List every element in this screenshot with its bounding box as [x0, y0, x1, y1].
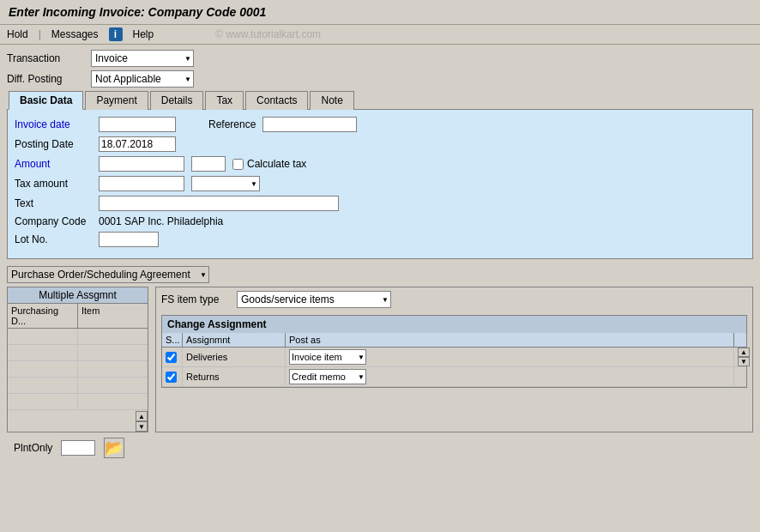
left-panel-rows: ▲ ▼ — [8, 329, 148, 432]
tax-select-wrapper — [191, 176, 260, 191]
lot-no-label: Lot No. — [15, 233, 92, 245]
company-code-label: Company Code — [15, 215, 92, 227]
po-select[interactable]: Purchase Order/Scheduling Agreement — [7, 266, 209, 283]
pint-only-input[interactable] — [61, 440, 95, 456]
fs-item-type-label: FS item type — [161, 293, 230, 305]
tab-basic-data[interactable]: Basic Data — [9, 91, 83, 110]
right-panel: FS item type Goods/service items Change … — [155, 287, 753, 432]
posting-date-row: Posting Date 18.07.2018 — [15, 136, 745, 152]
ca-cell-s-1 — [162, 348, 183, 366]
nav-icon: 📂 — [105, 438, 124, 457]
invoice-date-label: Invoice date — [15, 118, 92, 130]
left-cell-item-3 — [78, 361, 148, 377]
info-icon: i — [109, 27, 123, 41]
ca-cell-assign-2: Returns — [183, 367, 286, 386]
messages-menu[interactable]: Messages — [51, 28, 99, 40]
left-scroll-btns: ▲ ▼ — [136, 411, 148, 432]
diff-posting-select[interactable]: Not Applicable — [91, 70, 194, 88]
ca-scroll-up[interactable]: ▲ — [738, 348, 750, 357]
ca-cell-assign-1: Deliveries — [183, 348, 286, 366]
tab-contacts[interactable]: Contacts — [245, 91, 308, 110]
left-panel-cols: Purchasing D... Item — [8, 304, 148, 329]
tab-note[interactable]: Note — [310, 91, 353, 110]
ca-scroll-down[interactable]: ▼ — [738, 357, 750, 366]
diff-posting-select-wrapper: Not Applicable — [91, 70, 194, 88]
left-scroll-up[interactable]: ▲ — [136, 411, 148, 421]
ca-col-s: S... — [162, 333, 183, 347]
ca-cell-post-2: Credit memo — [286, 367, 734, 386]
posting-date-input[interactable]: 18.07.2018 — [99, 136, 176, 152]
bottom-grid: Multiple Assgmnt Purchasing D... Item — [7, 287, 753, 432]
left-cell-item-2 — [78, 345, 148, 360]
ca-col-assign: Assignmnt — [183, 333, 286, 347]
tab-payment[interactable]: Payment — [85, 91, 148, 110]
transaction-label: Transaction — [7, 52, 84, 64]
left-panel-row-3 — [8, 361, 148, 378]
help-menu[interactable]: Help — [133, 28, 154, 40]
transaction-select[interactable]: Invoice — [91, 50, 194, 67]
deliveries-post-select[interactable]: Invoice item — [289, 349, 366, 365]
hold-menu[interactable]: Hold — [7, 28, 28, 40]
ca-cell-scroll-2 — [734, 367, 746, 386]
reference-input[interactable] — [262, 117, 357, 132]
diff-posting-label: Diff. Posting — [7, 73, 84, 85]
ca-row-returns: Returns Credit memo — [162, 367, 746, 387]
left-panel-row-4 — [8, 378, 148, 394]
footer-row: PlntOnly 📂 — [7, 432, 753, 463]
ca-cell-post-1: Invoice item — [286, 348, 734, 366]
tab-tax[interactable]: Tax — [205, 91, 244, 110]
invoice-date-input[interactable] — [99, 117, 176, 132]
main-content: Transaction Invoice Diff. Posting Not Ap… — [0, 45, 760, 469]
left-panel-row-1 — [8, 329, 148, 345]
deliveries-post-wrapper: Invoice item — [289, 349, 366, 365]
tax-select[interactable] — [191, 176, 260, 191]
left-panel-header[interactable]: Multiple Assgmnt — [8, 287, 148, 304]
amount-row: Amount Calculate tax — [15, 156, 745, 172]
left-scroll-down[interactable]: ▼ — [136, 421, 148, 432]
lot-no-input[interactable] — [99, 232, 159, 247]
watermark: © www.tutorialkart.com — [215, 28, 321, 40]
tax-amount-label: Tax amount — [15, 178, 92, 190]
company-code-value: 0001 SAP Inc. Philadelphia — [99, 215, 223, 227]
text-label: Text — [15, 197, 92, 209]
posting-date-label: Posting Date — [15, 138, 92, 150]
fs-item-type-select[interactable]: Goods/service items — [237, 291, 391, 308]
deliveries-checkbox[interactable] — [166, 352, 177, 363]
po-header: Purchase Order/Scheduling Agreement — [7, 266, 753, 283]
company-code-row: Company Code 0001 SAP Inc. Philadelphia — [15, 215, 745, 227]
tab-content-basic-data: Invoice date Reference Posting Date 18.0… — [7, 109, 753, 259]
ca-cell-scroll-1: ▲ ▼ — [734, 348, 746, 366]
returns-post-select[interactable]: Credit memo — [289, 369, 366, 384]
tabs-container: Basic Data Payment Details Tax Contacts … — [7, 91, 753, 259]
amount-extra-input[interactable] — [191, 156, 226, 172]
amount-input[interactable] — [99, 156, 184, 172]
returns-checkbox[interactable] — [166, 372, 177, 383]
left-panel: Multiple Assgmnt Purchasing D... Item — [7, 287, 148, 432]
returns-label: Returns — [186, 372, 220, 382]
text-row: Text — [15, 196, 745, 211]
ca-row-deliveries: Deliveries Invoice item ▲ — [162, 348, 746, 367]
left-panel-row-5 — [8, 394, 148, 410]
menu-bar: Hold | Messages i Help © www.tutorialkar… — [0, 25, 760, 45]
left-col-purchasing: Purchasing D... — [8, 304, 78, 328]
amount-label: Amount — [15, 158, 92, 170]
lot-no-row: Lot No. — [15, 232, 745, 247]
left-panel-row-2 — [8, 345, 148, 361]
left-cell-pur-4 — [8, 378, 78, 393]
text-input[interactable] — [99, 196, 339, 211]
tax-amount-input[interactable] — [99, 176, 184, 191]
tab-details[interactable]: Details — [150, 91, 204, 110]
left-cell-pur-1 — [8, 329, 78, 344]
fs-item-type-row: FS item type Goods/service items — [156, 287, 752, 311]
deliveries-label: Deliveries — [186, 352, 227, 362]
ca-cell-s-2 — [162, 367, 183, 386]
nav-button[interactable]: 📂 — [104, 438, 124, 458]
left-cell-pur-5 — [8, 394, 78, 409]
left-cell-item-4 — [78, 378, 148, 393]
transaction-select-wrapper: Invoice — [91, 50, 194, 67]
calculate-tax-checkbox[interactable] — [232, 159, 244, 170]
change-assignment: Change Assignment S... Assignmnt Post as — [161, 315, 747, 388]
pint-only-label: PlntOnly — [14, 442, 52, 454]
transaction-row: Transaction Invoice — [7, 50, 753, 67]
title-bar: Enter Incoming Invoice: Company Code 000… — [0, 0, 760, 25]
